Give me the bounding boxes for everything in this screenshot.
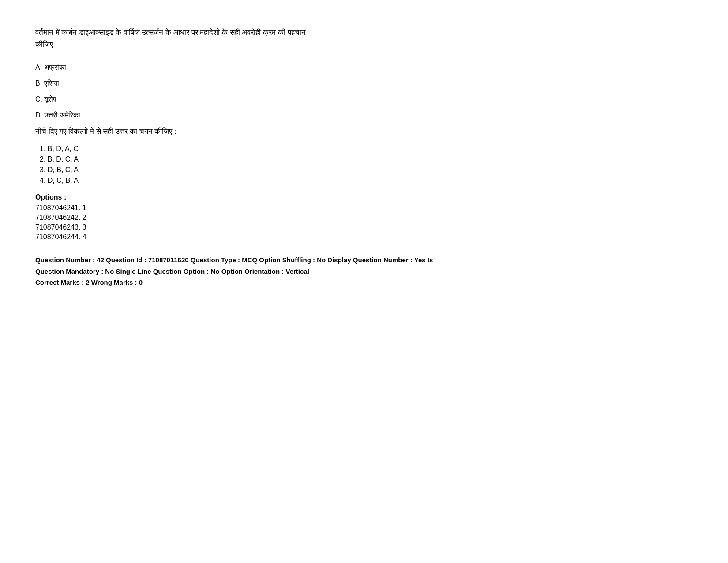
question-line1: वर्तमान में कार्बन डाइआक्साइड के वार्षिक… <box>35 28 306 37</box>
question-container: वर्तमान में कार्बन डाइआक्साइड के वार्षिक… <box>35 26 693 288</box>
meta-line1: Question Number : 42 Question Id : 71087… <box>35 254 693 266</box>
option-c: C. यूरोप <box>35 95 693 103</box>
option-d: D. उत्तरी अमेरिका <box>35 111 693 119</box>
options-label: Options : <box>35 193 693 201</box>
option-b: B. एशिया <box>35 79 693 87</box>
answer-1: 1. B, D, A, C <box>35 145 693 153</box>
meta-line2: Question Mandatory : No Single Line Ques… <box>35 266 693 277</box>
option-c-text: यूरोप <box>44 95 56 103</box>
question-text: वर्तमान में कार्बन डाइआक्साइड के वार्षिक… <box>35 26 693 50</box>
meta-info: Question Number : 42 Question Id : 71087… <box>35 254 693 288</box>
option-d-label: D. <box>35 111 44 119</box>
option-id-1: 71087046241. 1 <box>35 204 693 212</box>
answer-4: 4. D, C, B, A <box>35 177 693 185</box>
select-instruction: नीचे दिए गए विकल्पों में से सही उत्तर का… <box>35 127 693 136</box>
option-id-3: 71087046243. 3 <box>35 223 693 231</box>
option-a-label: A. <box>35 64 44 71</box>
option-d-text: उत्तरी अमेरिका <box>44 111 80 119</box>
answer-list: 1. B, D, A, C 2. B, D, C, A 3. D, B, C, … <box>35 145 693 185</box>
answer-2: 2. B, D, C, A <box>35 155 693 163</box>
question-line2: कीजिए : <box>35 40 57 49</box>
option-c-label: C. <box>35 95 44 103</box>
meta-line3: Correct Marks : 2 Wrong Marks : 0 <box>35 277 693 288</box>
option-a-text: अफ्रीका <box>44 64 66 71</box>
option-id-2: 71087046242. 2 <box>35 214 693 222</box>
answer-3: 3. D, B, C, A <box>35 166 693 174</box>
options-id-list: 71087046241. 1 71087046242. 2 7108704624… <box>35 204 693 241</box>
option-a: A. अफ्रीका <box>35 64 693 72</box>
option-b-text: एशिया <box>44 79 59 87</box>
option-b-label: B. <box>35 79 44 87</box>
option-id-4: 71087046244. 4 <box>35 233 693 241</box>
